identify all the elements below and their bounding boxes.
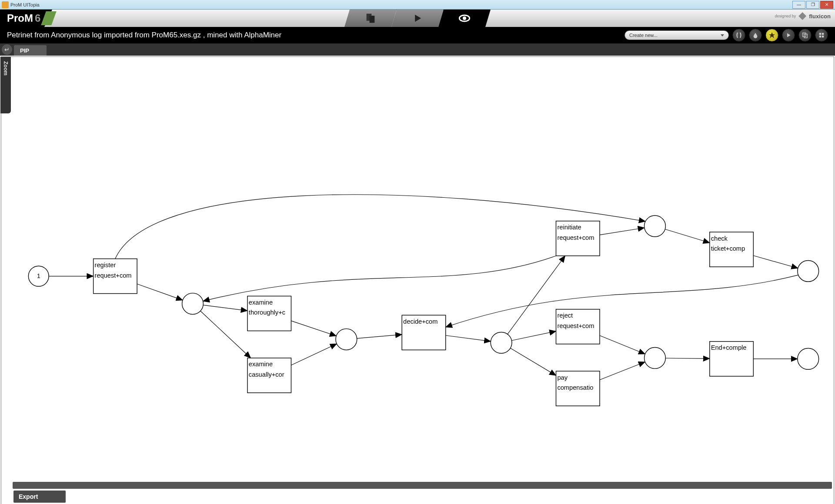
fluxicon-text: fluxicon bbox=[809, 13, 831, 20]
workspace-icon bbox=[364, 12, 377, 24]
action-tab[interactable] bbox=[391, 10, 444, 27]
parentheses-icon bbox=[735, 32, 742, 39]
minimize-button[interactable]: ― bbox=[792, 1, 805, 9]
svg-text:pay: pay bbox=[557, 374, 568, 381]
svg-text:End+comple: End+comple bbox=[711, 344, 747, 351]
svg-text:decide+com: decide+com bbox=[403, 318, 438, 325]
page-title: Petrinet from Anonymous log imported fro… bbox=[7, 31, 281, 40]
parentheses-button[interactable] bbox=[732, 29, 745, 42]
arc-p2-t_decide bbox=[357, 335, 402, 338]
svg-marker-5 bbox=[769, 32, 775, 38]
play-small-icon bbox=[786, 33, 791, 38]
close-button[interactable]: ✕ bbox=[820, 1, 833, 9]
main-area: Zoom 1registerrequest+comexaminethorough… bbox=[1, 56, 834, 504]
star-icon bbox=[768, 32, 775, 39]
window-controls: ― ❐ ✕ bbox=[792, 1, 833, 9]
copy-icon bbox=[802, 32, 808, 38]
svg-text:ticket+comp: ticket+comp bbox=[711, 245, 745, 252]
petrinet-svg: 1registerrequest+comexaminethoroughly+ce… bbox=[13, 57, 834, 481]
logo-version: 6 bbox=[35, 12, 40, 24]
place-p5[interactable] bbox=[644, 348, 665, 369]
svg-text:thoroughly+c: thoroughly+c bbox=[249, 309, 285, 316]
svg-text:examine: examine bbox=[249, 299, 273, 306]
place-p2[interactable] bbox=[336, 329, 357, 350]
arc-p1-t_ex_cas bbox=[200, 311, 251, 358]
svg-marker-2 bbox=[415, 15, 421, 22]
svg-text:request+com: request+com bbox=[557, 322, 594, 329]
eye-icon bbox=[458, 12, 471, 24]
create-dropdown-label: Create new... bbox=[629, 33, 658, 38]
arc-t_reject-p5 bbox=[600, 335, 645, 354]
svg-rect-1 bbox=[369, 16, 374, 23]
svg-rect-11 bbox=[819, 36, 821, 37]
arc-p3-t_reject bbox=[511, 331, 556, 340]
svg-marker-6 bbox=[787, 33, 791, 37]
arc-t_ex_thor-p2 bbox=[291, 321, 336, 336]
chevron-down-icon bbox=[721, 34, 724, 36]
svg-rect-9 bbox=[819, 33, 821, 35]
arc-p4-t_check bbox=[665, 229, 710, 243]
designer-credit: designed by fluxicon bbox=[775, 12, 831, 20]
place-p1[interactable] bbox=[182, 293, 204, 315]
svg-text:reinitiate: reinitiate bbox=[557, 224, 581, 231]
workspace-tab[interactable] bbox=[344, 10, 397, 27]
svg-text:casually+cor: casually+cor bbox=[249, 371, 284, 378]
drop-icon bbox=[752, 32, 758, 38]
svg-text:register: register bbox=[95, 262, 116, 269]
petrinet-canvas[interactable]: 1registerrequest+comexaminethoroughly+ce… bbox=[13, 57, 834, 481]
zoom-label: Zoom bbox=[3, 61, 9, 76]
view-tab-strip: ↵ PIP bbox=[0, 43, 835, 56]
arc-p5-t_end bbox=[665, 358, 710, 358]
play-button[interactable] bbox=[782, 29, 795, 42]
view-tab-mode[interactable] bbox=[438, 10, 491, 27]
arc-p1-t_ex_thor bbox=[203, 305, 247, 311]
horizontal-scrollbar[interactable] bbox=[13, 482, 832, 489]
svg-text:1: 1 bbox=[37, 272, 40, 279]
arc-p_end1-t_decide bbox=[446, 275, 798, 327]
svg-text:examine: examine bbox=[249, 361, 273, 368]
favorite-button[interactable] bbox=[765, 29, 778, 42]
arc-t_register-p1 bbox=[137, 284, 183, 300]
app-icon bbox=[2, 1, 9, 8]
maximize-button[interactable]: ❐ bbox=[806, 1, 819, 9]
window-titlebar: ProM UITopia ― ❐ ✕ bbox=[0, 0, 835, 10]
subheader: Petrinet from Anonymous log imported fro… bbox=[0, 27, 835, 43]
grid-icon bbox=[818, 32, 825, 38]
arc-t_check-p_end1 bbox=[753, 255, 798, 268]
back-button[interactable]: ↵ bbox=[2, 44, 12, 55]
designer-prefix: designed by bbox=[775, 14, 796, 18]
arc-t_reinit-p1 bbox=[203, 256, 556, 301]
mode-tabs bbox=[344, 10, 491, 27]
subheader-actions: Create new... bbox=[625, 29, 828, 42]
fluxicon-icon bbox=[798, 12, 806, 20]
svg-point-4 bbox=[462, 17, 466, 20]
place-p3[interactable] bbox=[491, 332, 512, 353]
grid-button[interactable] bbox=[815, 29, 828, 42]
arc-p3-t_pay bbox=[511, 348, 556, 375]
place-p4[interactable] bbox=[644, 216, 665, 237]
play-icon bbox=[411, 12, 424, 24]
copy-button[interactable] bbox=[798, 29, 812, 42]
place-p_end1[interactable] bbox=[798, 260, 819, 282]
svg-text:reject: reject bbox=[557, 312, 573, 319]
logo-text: ProM bbox=[7, 12, 33, 24]
arc-t_decide-p3 bbox=[446, 335, 491, 342]
svg-text:check: check bbox=[711, 235, 728, 242]
drop-button[interactable] bbox=[749, 29, 762, 42]
svg-text:request+com: request+com bbox=[557, 234, 594, 241]
top-header: ProM 6 designed by fluxicon bbox=[0, 10, 835, 27]
export-button[interactable]: Export bbox=[13, 491, 66, 503]
arc-t_reinit-p4 bbox=[600, 228, 645, 235]
place-p_end2[interactable] bbox=[798, 348, 819, 370]
svg-rect-10 bbox=[822, 33, 824, 35]
create-new-dropdown[interactable]: Create new... bbox=[625, 30, 729, 40]
zoom-panel-tab[interactable]: Zoom bbox=[0, 57, 11, 113]
window-title: ProM UITopia bbox=[10, 2, 40, 7]
arc-t_ex_cas-p2 bbox=[291, 344, 337, 365]
pip-tab-label: PIP bbox=[20, 47, 29, 54]
svg-text:compensatio: compensatio bbox=[557, 384, 593, 391]
pip-tab[interactable]: PIP bbox=[14, 45, 47, 56]
svg-rect-12 bbox=[822, 36, 824, 37]
svg-text:request+com: request+com bbox=[95, 272, 132, 279]
arc-t_pay-p5 bbox=[600, 362, 645, 380]
